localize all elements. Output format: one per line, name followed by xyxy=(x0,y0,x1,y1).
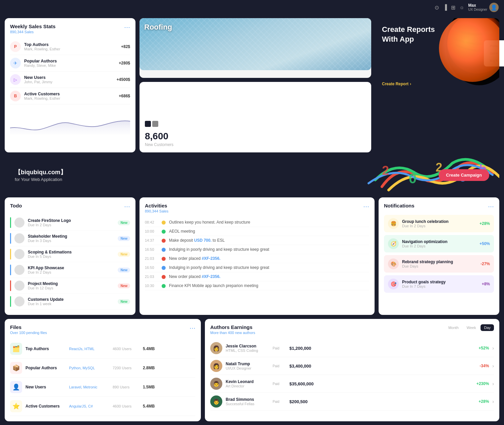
todo-indicator-3 xyxy=(10,249,11,259)
top-authors-value: +82$ xyxy=(121,44,130,49)
author-paid-label-1: Paid xyxy=(273,346,286,350)
customers-label: New Customers xyxy=(145,142,366,147)
todo-item-2: Stakeholder Meeting Due In 3 Days New xyxy=(10,231,130,246)
notifications-card: Notifications ⋯ 🍔 Group lunch celebratio… xyxy=(379,197,499,315)
topbar: ⊙ ▐ ⊞ ☼ Max UX Designer 👤 xyxy=(0,0,504,15)
activity-item-8: 10:30 Finance KPI Mobile app launch prep… xyxy=(145,281,369,290)
todo-item-3: Scoping & Estimations Due In 5 Days New xyxy=(10,246,130,262)
files-card: Files Over 100 pending files ⋯ 🗂️ Top Au… xyxy=(5,319,201,421)
notif-icon-4: 🎯 xyxy=(388,279,399,289)
activity-text-4: Indulging in poorly driving and keep str… xyxy=(169,247,369,252)
notif-icon-2: 🧭 xyxy=(388,238,399,249)
avatar[interactable]: 👤 xyxy=(489,3,499,12)
weekly-stats-subtitle: 890,344 Sales xyxy=(10,30,56,34)
activity-dot-1 xyxy=(162,221,166,225)
campaign-subtitle: for Your Web Application xyxy=(15,177,66,182)
search-icon[interactable]: ⊙ xyxy=(435,4,439,11)
authors-earnings-card: Authors Earnings More than 400 new autho… xyxy=(205,319,499,421)
campaign-text: 【biqubiqu.com】 for Your Web Application xyxy=(15,168,66,182)
order-link-1[interactable]: #XF-2356. xyxy=(202,256,220,261)
author-item-4: 👨 Brad Simmons Successful Fellas Paid $2… xyxy=(210,393,494,411)
author-arrow-1[interactable]: › xyxy=(492,345,494,351)
customers-icon-dark xyxy=(145,121,151,127)
notif-name-1: Group lunch celebration xyxy=(402,219,476,224)
notif-icon-3: 🎨 xyxy=(388,258,399,269)
new-users-icon: ▷ xyxy=(10,74,21,85)
todo-badge-2: New xyxy=(118,236,130,241)
todo-menu[interactable]: ⋯ xyxy=(124,203,130,210)
todo-name-5: Project Meeting xyxy=(28,281,114,286)
tab-month[interactable]: Month xyxy=(445,324,462,331)
tab-day[interactable]: Day xyxy=(481,324,494,331)
file-name-2: Popular Authors xyxy=(25,366,66,370)
todo-due-1: Due In 2 Days xyxy=(28,223,114,227)
author-item-2: 👩 Natali Trump UI/UX Designer Paid $3,40… xyxy=(210,357,494,375)
files-menu[interactable]: ⋯ xyxy=(189,324,195,332)
create-report-link[interactable]: Create Report › xyxy=(382,82,493,86)
popular-authors-name: Popular Authors xyxy=(24,59,115,63)
reports-title: Create Reports With App xyxy=(382,25,493,44)
todo-name-2: Stakeholder Meeting xyxy=(28,234,114,239)
order-link-2[interactable]: #XF-2356. xyxy=(202,274,220,279)
tab-week[interactable]: Week xyxy=(463,324,480,331)
author-arrow-2[interactable]: › xyxy=(492,363,494,369)
author-amount-4: $200,500 xyxy=(289,399,469,404)
grid-icon[interactable]: ⊞ xyxy=(451,4,455,11)
todo-name-4: KPI App Showcase xyxy=(28,266,114,270)
todo-due-2: Due In 3 Days xyxy=(28,239,114,243)
activity-item-1: 08:42 Outlines keep you honest. And keep… xyxy=(145,218,369,227)
campaign-banner: 【biqubiqu.com】 for Your Web Application … xyxy=(5,156,499,193)
notif-value-4: +8% xyxy=(482,282,490,286)
weekly-stats-menu[interactable]: ⋯ xyxy=(124,23,130,31)
todo-avatar-6 xyxy=(14,296,24,306)
author-arrow-4[interactable]: › xyxy=(492,399,494,404)
battery-icon[interactable]: ▐ xyxy=(443,4,447,10)
todo-item-5: Project Meeting Due In 12 Days New xyxy=(10,278,130,294)
arrow-right-icon: › xyxy=(410,82,411,86)
stat-item-top-authors: P Top Authors Mark, Rowling, Esther +82$ xyxy=(10,39,130,55)
todo-badge-5: New xyxy=(118,283,130,288)
todo-title: Todo xyxy=(10,203,22,208)
user-profile[interactable]: Max UX Designer 👤 xyxy=(468,3,499,12)
activities-title: Activities xyxy=(145,203,168,208)
top-authors-sub: Mark, Rowling, Esther xyxy=(24,47,118,51)
activity-dot-7 xyxy=(162,275,166,279)
author-arrow-3[interactable]: › xyxy=(492,381,494,386)
todo-avatar-2 xyxy=(14,233,24,243)
author-avatar-2: 👩 xyxy=(210,360,222,372)
todo-item-1: Create FireStone Logo Due In 2 Days New xyxy=(10,215,130,231)
create-campaign-button[interactable]: Create Campaign xyxy=(439,169,489,181)
top-authors-name: Top Authors xyxy=(24,42,118,47)
stat-item-popular-authors: ✈ Popular Authors Randy, Steve, Mike +28… xyxy=(10,55,130,72)
notif-name-2: Navigation optimization xyxy=(402,239,476,244)
activities-subtitle: 890,344 Sales xyxy=(145,209,168,213)
notifications-menu[interactable]: ⋯ xyxy=(488,203,494,210)
roofing-card: Roofing xyxy=(139,18,371,78)
file-item-4: ⭐ Active Customers AngularJS, C# 4600 Us… xyxy=(10,397,195,416)
activity-dot-4 xyxy=(162,248,166,252)
author-change-4: +28% xyxy=(472,399,489,404)
activity-time-1: 08:42 xyxy=(145,220,158,224)
file-size-3: 1.5MB xyxy=(143,385,155,389)
activity-dot-5 xyxy=(162,257,166,261)
active-customers-name: Active Customers xyxy=(24,92,115,96)
file-size-2: 2.8MB xyxy=(143,366,155,370)
file-size-4: 5.4MB xyxy=(143,404,155,409)
notif-due-2: Due In 2 Days xyxy=(402,244,476,248)
author-role-1: HTML, CSS Coding xyxy=(226,348,269,352)
author-role-3: Art Director xyxy=(226,384,269,388)
brightness-icon[interactable]: ☼ xyxy=(459,4,464,10)
todo-card: Todo ⋯ Create FireStone Logo Due In 2 Da… xyxy=(5,197,135,315)
create-reports-card: Create Reports With App Create Report › xyxy=(375,18,499,152)
usd-link[interactable]: USD 700. xyxy=(194,238,212,243)
author-avatar-4: 👨 xyxy=(210,395,222,408)
activity-text-7: New order placed #XF-2356. xyxy=(169,274,369,279)
file-icon-4: ⭐ xyxy=(10,400,22,412)
author-name-1: Jessie Clarcson xyxy=(226,344,269,348)
popular-authors-icon: ✈ xyxy=(10,58,21,68)
author-name-4: Brad Simmons xyxy=(226,397,269,402)
stat-item-active-customers: B Active Customers Mark, Rowling, Esther… xyxy=(10,88,130,104)
activities-menu[interactable]: ⋯ xyxy=(363,203,369,210)
todo-badge-4: New xyxy=(118,268,130,273)
file-users-2: 7200 Users xyxy=(113,366,139,370)
